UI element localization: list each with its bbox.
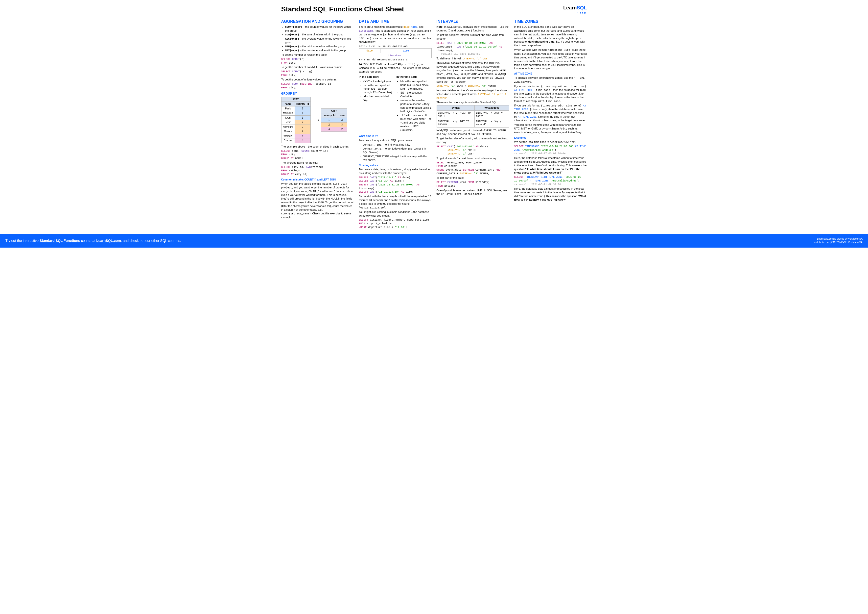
arrow-icon: ⟶ [313, 117, 319, 123]
interval-syntax-desc: This syntax consists of three elements: … [437, 61, 509, 84]
col-aggregation: AGGREGATION AND GROUPING COUNT(expr) – t… [281, 17, 354, 230]
col-timezones: TIME ZONES In the SQL Standard, the date… [514, 17, 587, 230]
code-lastday: SELECT CAST('2021-02-01' AS date) + INTE… [437, 145, 509, 156]
code-gb-avg: SELECT city_id, AVG(rating) FROM ratings… [281, 165, 354, 176]
code-skip-cast: SELECT airline, flight_number, departure… [359, 218, 432, 229]
footer-cta: Try out the interactive Standard SQL Fun… [5, 238, 181, 243]
agg-list: COUNT(expr) – the count of values for th… [281, 25, 354, 52]
ex2-desc: Here, the database gets a timestamp spec… [514, 187, 587, 202]
heading-datetime: DATE AND TIME [359, 19, 432, 24]
interval-define: To define an interval: INTERVAL '1' DAY [437, 57, 509, 61]
interval-plural: In some databases, there's an easier way… [437, 89, 509, 100]
distinct-label: To get the count of unique values in a c… [281, 78, 354, 81]
atz-format1: If you use this format: {timestamp witho… [514, 84, 587, 103]
atz-intro: To operate between different time zones,… [514, 76, 587, 84]
code-count-star: SELECT COUNT(*) FROM city; [281, 58, 354, 65]
city-grouped-table: CITY country_idcount 13 23 42 [321, 109, 347, 132]
code-gb-name: SELECT name, COUNT(country_id) FROM city… [281, 149, 354, 160]
heading-timezones: TIME ZONES [514, 19, 587, 24]
code-cast: SELECT CAST('2021-12-31' AS date); SELEC… [359, 176, 432, 194]
atz-shortcuts: You can define the time zone with popula… [514, 123, 587, 134]
code-ex1: SELECT TIMESTAMP '2021-07-16 21:00:00' A… [514, 145, 587, 155]
heading-groupby: GROUP BY [281, 92, 354, 96]
heading-creating: Creating values [359, 163, 432, 167]
footer-legal: LearnSQL.com is owned by Vertabelo SA ve… [814, 237, 863, 244]
atz-format2: If you use this format: {timestamp with … [514, 104, 587, 123]
gb-avg-label: The average rating for the city: [281, 161, 354, 165]
interval-syntax-table: SyntaxWhat it does INTERVAL 'x-y' YEAR T… [437, 105, 509, 127]
exercise-link[interactable]: this exercise [325, 212, 340, 215]
dt-intro: There are 3 main time-related types: dat… [359, 25, 432, 44]
nonnull-label: To get the number of non-NULL values in … [281, 65, 354, 69]
dt-explain: 14:39:53.662522-05 is almost 2:40 p.m. C… [359, 62, 432, 73]
ex1-desc: Here, the database takes a timestamp wit… [514, 156, 587, 174]
page-title: Standard SQL Functions Cheat Sheet [281, 5, 404, 14]
code-count-rating: SELECT COUNT(rating) FROM city; [281, 70, 354, 77]
heading-whattime: What time is it? [359, 134, 432, 138]
extract-result: One of possible returned values: 1946. I… [437, 189, 509, 196]
intervals-note: Note: In SQL Server, intervals aren't im… [437, 25, 509, 33]
code-ex2: SELECT TIMESTAMP WITH TIME ZONE '2021-06… [514, 175, 587, 186]
heading-examples: Examples [514, 136, 587, 139]
rows-label: To get the number of rows in the table: [281, 53, 354, 57]
code-interval-sub: SELECT CAST('2021-12-31 23:59:59' AS tim… [437, 41, 509, 56]
tz-tstz: When working with the type timestamp wit… [514, 48, 587, 70]
mysql-note: In MySQL, write year_month instead of YE… [437, 129, 509, 136]
col-intervals: INTERVALs Note: In SQL Server, intervals… [437, 17, 509, 230]
code-interval-join: INTERVAL '1' YEAR + INTERVAL '3' MONTH [437, 84, 509, 88]
ex-setlocal: We set the local time zone to 'America/N… [514, 140, 587, 144]
code-extract: SELECT EXTRACT(YEAR FROM birthday) FROM … [437, 180, 509, 188]
header: Standard SQL Functions Cheat Sheet Learn… [281, 5, 587, 15]
tz-intro: In the SQL Standard, the date type can't… [514, 25, 587, 47]
cast-warning: Be careful with the last example – it wi… [359, 194, 432, 210]
timestamp-diagram: 2021-12-31 14:39:53.662522-05 date time … [359, 45, 432, 62]
heading-attimezone: AT TIME ZONE [514, 72, 587, 75]
current-list: CURRENT_TIME – to find what time it is. … [359, 143, 432, 162]
heading-intervals: INTERVALs [437, 19, 509, 24]
course-link[interactable]: Standard SQL Functions [40, 239, 80, 242]
col-datetime: DATE AND TIME There are 3 main time-rela… [359, 17, 432, 230]
city-table: CITY namecountry_id Paris1 Marseille1 Ly… [281, 97, 311, 143]
code-count-distinct: SELECT COUNT(DISTINCT country_id) FROM c… [281, 82, 354, 89]
code-events: SELECT event_date, event_name FROM calen… [437, 161, 509, 176]
heading-datepart: In the date part: [359, 75, 380, 78]
site-link[interactable]: LearnSQL.com [96, 239, 121, 242]
date-parts-list: YYYY – the 4-digit year. mm – the zero-p… [359, 79, 394, 102]
time-parts-list: HH – the zero-padded hour in a 24-hour c… [397, 79, 432, 132]
gb-example-label: The example above – the count of cities … [281, 145, 354, 149]
heading-timepart: In the time part: [397, 75, 417, 78]
logo: LearnSQL • com [563, 5, 587, 15]
heading-aggregation: AGGREGATION AND GROUPING [281, 19, 354, 24]
heading-mistake: Common mistake: COUNT(*) and LEFT JOIN [281, 178, 354, 181]
mistake-text: When you join the tables like this: clie… [281, 182, 354, 219]
footer: Try out the interactive Standard SQL Fun… [0, 234, 868, 247]
